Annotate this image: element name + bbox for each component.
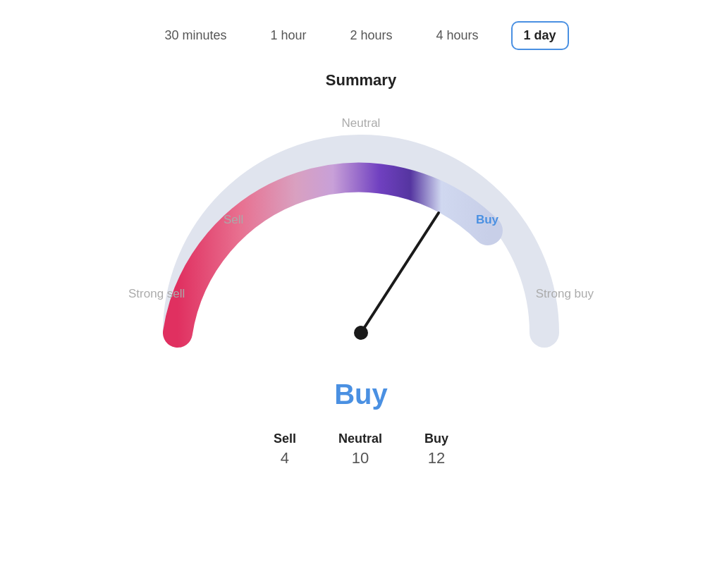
time-filter-1h[interactable]: 1 hour <box>259 23 317 49</box>
stat-item-buy: Buy12 <box>424 431 448 467</box>
stat-label: Buy <box>424 431 448 446</box>
stat-item-sell: Sell4 <box>274 431 296 467</box>
summary-title: Summary <box>326 71 396 90</box>
time-filter-30min[interactable]: 30 minutes <box>153 23 238 49</box>
gauge-result-label: Buy <box>334 379 388 410</box>
gauge-svg <box>114 104 608 372</box>
time-filter-4h[interactable]: 4 hours <box>425 23 490 49</box>
gauge-container: Neutral Sell Buy Strong sell Strong buy <box>114 104 608 372</box>
stat-value: 10 <box>352 449 369 467</box>
stat-value: 12 <box>428 449 445 467</box>
label-buy: Buy <box>476 213 498 227</box>
svg-point-1 <box>354 326 368 340</box>
label-strong-sell: Strong sell <box>128 287 185 301</box>
time-filter-1d[interactable]: 1 day <box>511 21 569 50</box>
stat-value: 4 <box>281 449 289 467</box>
time-filter-bar: 30 minutes1 hour2 hours4 hours1 day <box>153 21 568 50</box>
stats-row: Sell4Neutral10Buy12 <box>274 431 448 467</box>
label-strong-buy: Strong buy <box>536 287 594 301</box>
stat-item-neutral: Neutral10 <box>338 431 382 467</box>
stat-label: Neutral <box>338 431 382 446</box>
stat-label: Sell <box>274 431 296 446</box>
time-filter-2h[interactable]: 2 hours <box>338 23 403 49</box>
label-neutral: Neutral <box>342 116 381 130</box>
label-sell: Sell <box>224 213 243 227</box>
svg-line-0 <box>361 213 439 333</box>
